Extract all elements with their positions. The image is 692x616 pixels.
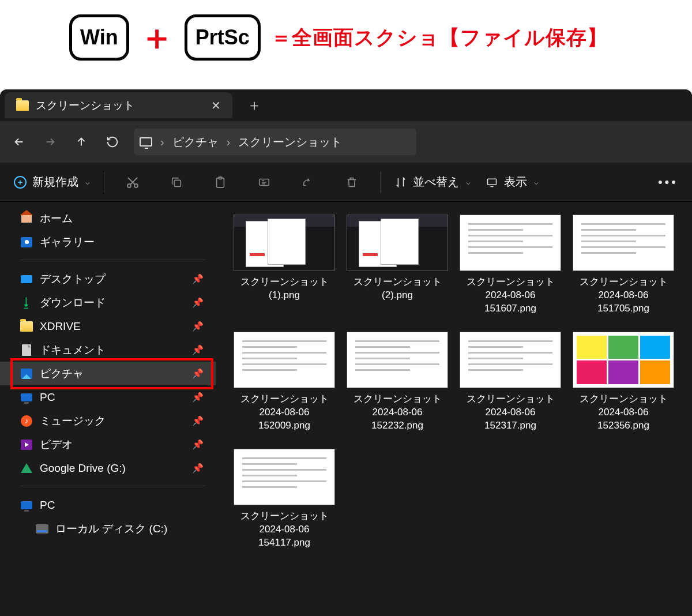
more-button[interactable]: ••• [652, 171, 684, 193]
view-icon [486, 176, 498, 188]
plus-circle-icon: + [14, 176, 27, 189]
close-icon[interactable]: ✕ [211, 99, 221, 112]
separator [20, 486, 205, 486]
sidebar-item-desktop[interactable]: デスクトップ 📌 [0, 267, 216, 291]
file-item[interactable]: スクリーンショット 2024-08-06 151705.png [571, 215, 675, 315]
chevron-down-icon: ⌵ [85, 178, 90, 186]
file-grid-area: スクリーンショット (1).pngスクリーンショット (2).pngスクリーンシ… [216, 202, 692, 616]
desktop-icon [21, 275, 32, 283]
navigation-sidebar: ホーム ギャラリー デスクトップ 📌 ⭳ ダウンロード 📌 XDRIVE 📌 [0, 202, 216, 616]
sidebar-label: ドキュメント [40, 343, 106, 358]
sidebar-item-localdisk[interactable]: ローカル ディスク (C:) [0, 517, 216, 540]
plus-icon: ＋ [140, 20, 174, 55]
file-name: スクリーンショット 2024-08-06 152232.png [345, 393, 449, 433]
pictures-icon [21, 369, 32, 379]
pin-icon: 📌 [192, 297, 204, 308]
separator [104, 172, 104, 193]
breadcrumb-screenshots[interactable]: スクリーンショット [238, 134, 342, 150]
monitor-icon [140, 137, 152, 147]
folder-icon [20, 321, 33, 332]
sidebar-item-downloads[interactable]: ⭳ ダウンロード 📌 [0, 291, 216, 314]
gallery-icon [21, 237, 32, 247]
file-item[interactable]: スクリーンショット (1).png [232, 215, 336, 315]
sidebar-item-this-pc[interactable]: PC [0, 493, 216, 517]
sidebar-label: ホーム [40, 211, 73, 226]
video-icon [21, 440, 32, 450]
folder-icon [16, 100, 29, 111]
tab-strip: スクリーンショット ✕ ＋ [0, 89, 692, 121]
file-item[interactable]: スクリーンショット 2024-08-06 152232.png [345, 332, 449, 433]
address-bar[interactable]: › ピクチャ › スクリーンショット [134, 129, 416, 155]
cut-button[interactable] [112, 170, 153, 195]
refresh-button[interactable] [99, 129, 126, 155]
file-item[interactable]: スクリーンショット 2024-08-06 152317.png [458, 332, 562, 433]
sidebar-label: PC [40, 499, 55, 512]
sidebar-label: ダウンロード [40, 295, 106, 310]
file-explorer-window: スクリーンショット ✕ ＋ › ピクチャ › スクリーンショット + 新規作成 [0, 89, 692, 616]
file-item[interactable]: スクリーンショット 2024-08-06 152009.png [232, 332, 336, 433]
file-name: スクリーンショット 2024-08-06 152356.png [571, 393, 675, 433]
svg-rect-2 [174, 180, 180, 186]
sidebar-item-xdrive[interactable]: XDRIVE 📌 [0, 314, 216, 338]
sidebar-label: ローカル ディスク (C:) [55, 521, 167, 536]
banner-text: ＝全画面スクショ【ファイル保存】 [271, 24, 608, 51]
new-label: 新規作成 [32, 174, 78, 190]
sidebar-label: XDRIVE [40, 320, 81, 333]
file-name: スクリーンショット (2).png [345, 276, 449, 302]
disk-icon [36, 524, 48, 534]
separator [20, 260, 205, 260]
share-button[interactable] [288, 170, 328, 195]
pin-icon: 📌 [192, 273, 204, 284]
home-icon [21, 215, 32, 223]
sidebar-item-documents[interactable]: ドキュメント 📌 [0, 338, 216, 362]
new-button[interactable]: + 新規作成 ⌵ [8, 171, 96, 193]
new-tab-button[interactable]: ＋ [247, 95, 262, 115]
pin-icon: 📌 [192, 368, 204, 379]
sidebar-label: デスクトップ [40, 272, 106, 287]
file-item[interactable]: スクリーンショット 2024-08-06 152356.png [571, 332, 675, 433]
pc-icon [21, 501, 32, 509]
sort-label: 並べ替え [413, 174, 459, 190]
keycap-win: Win [69, 14, 129, 61]
pin-icon: 📌 [192, 321, 204, 332]
copy-button[interactable] [156, 170, 197, 195]
sidebar-label: PC [40, 391, 55, 404]
view-button[interactable]: 表示 ⌵ [480, 171, 544, 193]
back-button[interactable] [6, 129, 32, 155]
sidebar-item-pictures[interactable]: ピクチャ 📌 [0, 362, 216, 385]
chevron-down-icon: ⌵ [466, 178, 471, 186]
document-icon [22, 344, 31, 356]
window-tab[interactable]: スクリーンショット ✕ [5, 92, 232, 118]
sidebar-item-gdrive[interactable]: Google Drive (G:) 📌 [0, 456, 216, 480]
sidebar-label: ギャラリー [40, 235, 95, 250]
sidebar-label: ピクチャ [40, 366, 84, 381]
tab-title: スクリーンショット [36, 98, 204, 113]
rename-button[interactable] [244, 170, 284, 195]
sidebar-item-music[interactable]: ♪ ミュージック 📌 [0, 409, 216, 433]
sidebar-item-gallery[interactable]: ギャラリー [0, 230, 216, 254]
file-name: スクリーンショット 2024-08-06 152009.png [232, 393, 336, 433]
breadcrumb-pictures[interactable]: ピクチャ [172, 134, 219, 150]
sidebar-item-video[interactable]: ビデオ 📌 [0, 433, 216, 456]
up-button[interactable] [68, 129, 95, 155]
chevron-right-icon: › [160, 136, 164, 149]
file-item[interactable]: スクリーンショット (2).png [345, 215, 449, 315]
forward-button[interactable] [37, 129, 63, 155]
chevron-right-icon: › [227, 136, 231, 149]
keycap-prtsc: PrtSc [185, 14, 261, 61]
paste-button[interactable] [200, 170, 240, 195]
sidebar-label: ミュージック [40, 414, 106, 429]
sidebar-label: Google Drive (G:) [40, 462, 126, 475]
file-item[interactable]: スクリーンショット 2024-08-06 151607.png [458, 215, 562, 315]
sort-icon [394, 176, 407, 189]
sort-button[interactable]: 並べ替え ⌵ [389, 171, 476, 193]
pin-icon: 📌 [192, 392, 204, 403]
sidebar-item-home[interactable]: ホーム [0, 206, 216, 230]
sidebar-item-pc[interactable]: PC 📌 [0, 385, 216, 409]
separator [380, 172, 381, 193]
pin-icon: 📌 [192, 463, 204, 474]
command-toolbar: + 新規作成 ⌵ 並べ替え ⌵ [0, 163, 692, 202]
delete-button[interactable] [332, 170, 372, 195]
sidebar-label: ビデオ [40, 437, 73, 452]
file-item[interactable]: スクリーンショット 2024-08-06 154117.png [232, 449, 336, 550]
